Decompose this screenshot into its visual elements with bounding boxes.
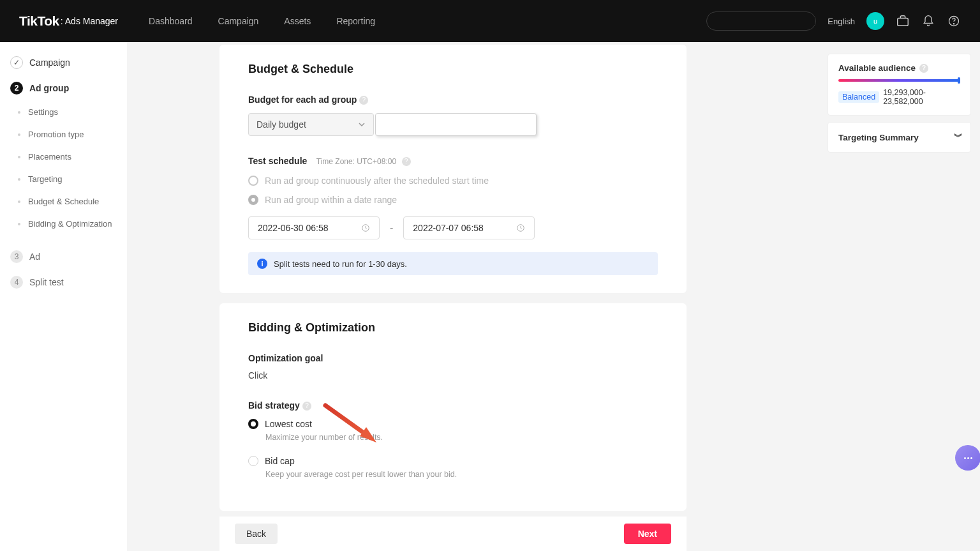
- chat-bubble-icon[interactable]: [955, 445, 980, 471]
- language-selector[interactable]: English: [828, 17, 855, 26]
- nav-reporting[interactable]: Reporting: [336, 16, 375, 26]
- info-text: Split tests need to run for 1-30 days.: [274, 259, 407, 269]
- date-value: 2022-06-30 06:58: [258, 223, 329, 233]
- date-value: 2022-07-07 06:58: [413, 223, 484, 233]
- step-label: Ad: [29, 252, 40, 262]
- targeting-summary-label: Targeting Summary: [838, 133, 919, 142]
- step-ad-group[interactable]: 2 Ad group: [0, 75, 127, 101]
- substep-promotion-type[interactable]: Promotion type: [0, 123, 127, 146]
- substep-targeting[interactable]: Targeting: [0, 168, 127, 190]
- next-button[interactable]: Next: [624, 524, 671, 544]
- option-label: Run ad group continuously after the sche…: [265, 176, 489, 186]
- schedule-option-range[interactable]: Run ad group within a date range: [248, 195, 658, 205]
- step-label: Split test: [29, 277, 64, 287]
- budget-label: Budget for each ad group: [248, 94, 357, 105]
- substep-placements[interactable]: Placements: [0, 146, 127, 168]
- option-label: Lowest cost: [265, 419, 312, 429]
- main-area: Budget & Schedule Budget for each ad gro…: [127, 42, 980, 551]
- help-icon[interactable]: ?: [402, 157, 411, 166]
- date-separator: -: [390, 222, 393, 234]
- content-column: Budget & Schedule Budget for each ad gro…: [219, 42, 687, 551]
- optimization-goal-label: Optimization goal: [248, 353, 323, 363]
- clock-icon: [516, 223, 525, 232]
- chevron-double-down-icon: ︾: [954, 132, 960, 143]
- help-icon[interactable]: ?: [359, 96, 368, 105]
- option-label: Bid cap: [265, 456, 295, 466]
- help-icon[interactable]: [947, 14, 961, 28]
- left-sidebar: ✓ Campaign 2 Ad group Settings Promotion…: [0, 42, 127, 551]
- main-nav: Dashboard Campaign Assets Reporting: [149, 16, 375, 26]
- section-title: Bidding & Optimization: [248, 321, 658, 335]
- budget-type-select[interactable]: Daily budget: [248, 113, 374, 136]
- budget-type-value: Daily budget: [256, 119, 306, 130]
- info-icon: i: [257, 259, 267, 269]
- svg-point-2: [953, 24, 954, 24]
- radio-icon: [248, 419, 258, 429]
- radio-icon: [248, 195, 258, 205]
- logo-sub: : Ads Manager: [61, 16, 118, 26]
- search-input[interactable]: [706, 11, 816, 31]
- schedule-label: Test schedule: [248, 156, 307, 166]
- bidding-optimization-card: Bidding & Optimization Optimization goal…: [219, 303, 687, 511]
- logo-main: TikTok: [19, 13, 59, 29]
- section-title: Budget & Schedule: [248, 63, 658, 76]
- check-icon: ✓: [10, 56, 23, 69]
- nav-dashboard[interactable]: Dashboard: [149, 16, 193, 26]
- avatar[interactable]: u: [866, 12, 884, 30]
- targeting-summary-card[interactable]: Targeting Summary ︾: [828, 122, 971, 153]
- step-ad[interactable]: 3 Ad: [0, 244, 127, 269]
- step-split-test[interactable]: 4 Split test: [0, 269, 127, 295]
- svg-rect-0: [898, 18, 909, 26]
- nav-assets[interactable]: Assets: [284, 16, 311, 26]
- option-label: Run ad group within a date range: [265, 195, 397, 205]
- radio-icon: [248, 176, 258, 186]
- audience-label: Available audience: [838, 63, 916, 73]
- budget-amount-input[interactable]: [375, 113, 537, 136]
- radio-icon: [248, 456, 258, 466]
- help-icon[interactable]: ?: [919, 64, 928, 73]
- info-note: i Split tests need to run for 1-30 days.: [248, 252, 658, 275]
- step-label: Ad group: [29, 83, 69, 93]
- audience-handle[interactable]: [958, 77, 960, 84]
- help-icon[interactable]: ?: [302, 402, 311, 411]
- balanced-badge: Balanced: [838, 91, 879, 103]
- option-description: Keep your average cost per result lower …: [265, 470, 658, 479]
- step-number: 4: [10, 276, 23, 289]
- top-header: TikTok : Ads Manager Dashboard Campaign …: [0, 0, 980, 42]
- budget-schedule-card: Budget & Schedule Budget for each ad gro…: [219, 45, 687, 293]
- end-date-input[interactable]: 2022-07-07 06:58: [403, 216, 535, 239]
- bell-icon[interactable]: [921, 14, 935, 28]
- clock-icon: [361, 223, 370, 232]
- back-button[interactable]: Back: [235, 524, 278, 544]
- option-description: Maximize your number of results.: [265, 433, 658, 442]
- step-number: 3: [10, 250, 23, 263]
- bid-strategy-label: Bid strategy: [248, 400, 300, 411]
- start-date-input[interactable]: 2022-06-30 06:58: [248, 216, 380, 239]
- nav-campaign[interactable]: Campaign: [218, 16, 259, 26]
- step-campaign[interactable]: ✓ Campaign: [0, 50, 127, 75]
- step-number: 2: [10, 82, 23, 94]
- briefcase-icon[interactable]: [896, 14, 910, 28]
- schedule-option-continuous[interactable]: Run ad group continuously after the sche…: [248, 176, 658, 186]
- audience-bar: [838, 79, 960, 82]
- chevron-down-icon: [358, 121, 366, 128]
- audience-range: 19,293,000-23,582,000: [883, 88, 960, 106]
- bid-option-bid-cap[interactable]: Bid cap: [248, 456, 658, 466]
- right-panel: Available audience ? Balanced 19,293,000…: [828, 54, 971, 159]
- bottom-action-bar: Back Next: [219, 517, 687, 551]
- substep-bidding-optimization[interactable]: Bidding & Optimization: [0, 213, 127, 235]
- substep-settings[interactable]: Settings: [0, 101, 127, 123]
- bid-option-lowest-cost[interactable]: Lowest cost: [248, 419, 658, 429]
- timezone-text: Time Zone: UTC+08:00: [316, 157, 396, 166]
- header-right: English u: [706, 11, 961, 31]
- substep-budget-schedule[interactable]: Budget & Schedule: [0, 190, 127, 213]
- optimization-goal-value: Click: [248, 370, 658, 381]
- step-label: Campaign: [29, 57, 70, 68]
- available-audience-card: Available audience ? Balanced 19,293,000…: [828, 54, 971, 116]
